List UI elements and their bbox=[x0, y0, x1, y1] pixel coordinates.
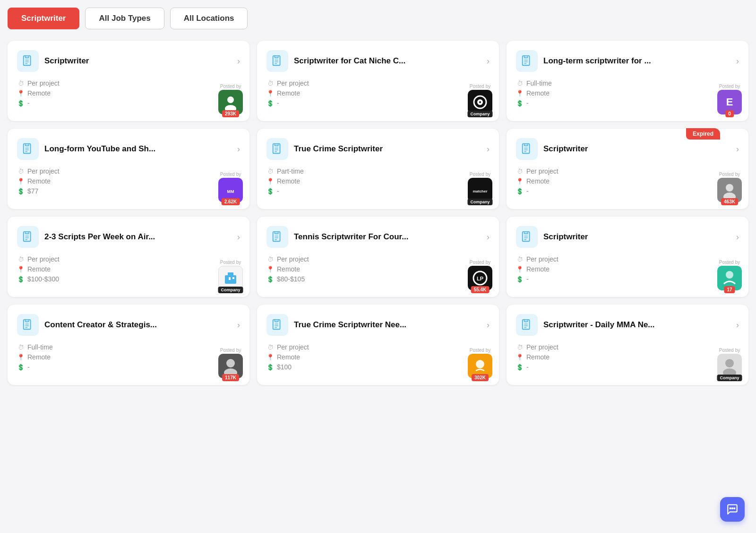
svg-point-42 bbox=[726, 184, 733, 192]
salary-row: 💲 $80-$105 bbox=[266, 275, 490, 283]
company-label: Company bbox=[467, 199, 492, 205]
card-meta: ⏱ Per project 📍 Remote 💲 - bbox=[516, 343, 739, 371]
job-card[interactable]: Scriptwriter › ⏱ Per project 📍 Remote 💲 … bbox=[8, 41, 249, 121]
job-card[interactable]: Long-form YouTube and Sh... › ⏱ Per proj… bbox=[8, 129, 249, 209]
svg-rect-55 bbox=[275, 232, 278, 234]
job-type-row: ⏱ Per project bbox=[266, 79, 490, 87]
svg-rect-1 bbox=[25, 56, 28, 58]
dollar-icon: 💲 bbox=[266, 363, 274, 371]
job-title: Scriptwriter bbox=[543, 144, 730, 154]
svg-point-90 bbox=[725, 359, 734, 367]
chevron-icon: › bbox=[736, 56, 739, 66]
location-row: 📍 Remote bbox=[266, 353, 490, 361]
job-icon bbox=[516, 138, 538, 160]
card-meta: ⏱ Per project 📍 Remote 💲 $100 bbox=[266, 343, 490, 371]
card-meta: ⏱ Full-time 📍 Remote 💲 - bbox=[17, 343, 240, 371]
dollar-icon: 💲 bbox=[266, 187, 274, 195]
search-filter-button[interactable]: Scriptwriter bbox=[8, 8, 79, 29]
job-icon bbox=[266, 50, 288, 72]
svg-point-92 bbox=[732, 508, 733, 509]
avatar-badge: 0 bbox=[725, 110, 734, 117]
job-title: Scriptwriter - Daily MMA Ne... bbox=[543, 320, 730, 330]
job-types-filter-button[interactable]: All Job Types bbox=[85, 8, 164, 29]
card-header: Content Creator & Strategis... › bbox=[17, 314, 240, 336]
job-card[interactable]: Long-term scriptwriter for ... › ⏱ Full-… bbox=[507, 41, 748, 121]
job-icon bbox=[516, 226, 538, 248]
location-value: Remote bbox=[27, 177, 51, 185]
job-type-value: Full-time bbox=[27, 343, 53, 351]
job-title: Long-form YouTube and Sh... bbox=[44, 144, 232, 154]
expired-badge: Expired bbox=[686, 128, 720, 140]
job-icon bbox=[266, 138, 288, 160]
posted-by: Posted by E 0 bbox=[717, 84, 742, 114]
job-card[interactable]: Expired Scriptwriter › ⏱ Per project 📍 bbox=[507, 129, 748, 209]
job-card[interactable]: 2-3 Scripts Per Week on Air... › ⏱ Per p… bbox=[8, 217, 249, 297]
svg-point-75 bbox=[226, 359, 235, 367]
job-type-row: ⏱ Per project bbox=[266, 343, 490, 351]
location-icon: 📍 bbox=[516, 177, 524, 185]
dollar-icon: 💲 bbox=[516, 99, 524, 107]
card-header: True Crime Scriptwriter Nee... › bbox=[266, 314, 490, 336]
posted-by: Posted by Company bbox=[717, 348, 742, 378]
chevron-icon: › bbox=[237, 144, 240, 154]
location-row: 📍 Remote bbox=[17, 265, 240, 273]
salary-value: - bbox=[27, 99, 30, 107]
location-row: 📍 Remote bbox=[516, 265, 739, 273]
chat-fab-button[interactable] bbox=[720, 497, 745, 522]
job-card[interactable]: Tennis Scriptwriter For Cour... › ⏱ Per … bbox=[257, 217, 499, 297]
avatar-badge: 117K bbox=[222, 374, 239, 381]
avatar-container: matcher Company bbox=[468, 178, 492, 202]
location-row: 📍 Remote bbox=[266, 89, 490, 97]
salary-value: - bbox=[526, 187, 529, 195]
location-row: 📍 Remote bbox=[17, 177, 240, 185]
job-card[interactable]: True Crime Scriptwriter › ⏱ Part-time 📍 … bbox=[257, 129, 499, 209]
job-type-value: Full-time bbox=[526, 79, 552, 87]
job-card[interactable]: Scriptwriter › ⏱ Per project 📍 Remote 💲 … bbox=[507, 217, 748, 297]
clock-icon: ⏱ bbox=[17, 79, 25, 87]
job-type-row: ⏱ Per project bbox=[516, 343, 739, 351]
job-type-row: ⏱ Part-time bbox=[266, 167, 490, 175]
company-label: Company bbox=[218, 287, 243, 293]
job-card[interactable]: True Crime Scriptwriter Nee... › ⏱ Per p… bbox=[257, 305, 499, 385]
avatar-container: 463K bbox=[717, 178, 742, 202]
card-meta: ⏱ Per project 📍 Remote 💲 $80-$105 bbox=[266, 255, 490, 283]
job-type-value: Per project bbox=[27, 255, 60, 263]
card-meta: ⏱ Per project 📍 Remote 💲 - bbox=[516, 167, 739, 195]
job-card[interactable]: Scriptwriter - Daily MMA Ne... › ⏱ Per p… bbox=[507, 305, 748, 385]
job-card[interactable]: Content Creator & Strategis... › ⏱ Full-… bbox=[8, 305, 249, 385]
location-value: Remote bbox=[27, 265, 51, 273]
clock-icon: ⏱ bbox=[266, 255, 274, 263]
salary-row: 💲 - bbox=[516, 275, 739, 283]
card-meta: ⏱ Per project 📍 Remote 💲 - bbox=[17, 79, 240, 107]
job-icon bbox=[266, 314, 288, 336]
svg-rect-85 bbox=[524, 320, 527, 322]
posted-by-label: Posted by bbox=[719, 172, 740, 177]
svg-point-94 bbox=[734, 508, 735, 509]
location-icon: 📍 bbox=[516, 265, 524, 273]
job-card[interactable]: Scriptwriter for Cat Niche C... › ⏱ Per … bbox=[257, 41, 499, 121]
chevron-icon: › bbox=[736, 320, 739, 330]
card-header: Scriptwriter › bbox=[17, 50, 240, 72]
card-header: Long-term scriptwriter for ... › bbox=[516, 50, 739, 72]
salary-row: 💲 $100-$300 bbox=[17, 275, 240, 283]
job-icon bbox=[17, 138, 39, 160]
locations-filter-button[interactable]: All Locations bbox=[170, 8, 248, 29]
salary-row: 💲 - bbox=[266, 99, 490, 107]
job-type-row: ⏱ Full-time bbox=[516, 79, 739, 87]
posted-by: Posted by 293K bbox=[218, 84, 243, 114]
card-meta: ⏱ Per project 📍 Remote 💲 - bbox=[266, 79, 490, 107]
location-value: Remote bbox=[277, 353, 300, 361]
salary-value: $77 bbox=[27, 187, 38, 195]
job-icon bbox=[17, 226, 39, 248]
clock-icon: ⏱ bbox=[266, 343, 274, 351]
avatar-container: E 0 bbox=[717, 90, 742, 114]
job-type-row: ⏱ Per project bbox=[17, 255, 240, 263]
avatar-container: 17 bbox=[717, 266, 742, 290]
avatar-badge: 302K bbox=[472, 374, 489, 381]
avatar-container: 117K bbox=[218, 354, 243, 378]
job-type-row: ⏱ Per project bbox=[17, 167, 240, 175]
svg-rect-78 bbox=[275, 320, 278, 322]
job-type-value: Per project bbox=[526, 255, 558, 263]
salary-value: $80-$105 bbox=[277, 275, 305, 283]
location-icon: 📍 bbox=[516, 353, 524, 361]
